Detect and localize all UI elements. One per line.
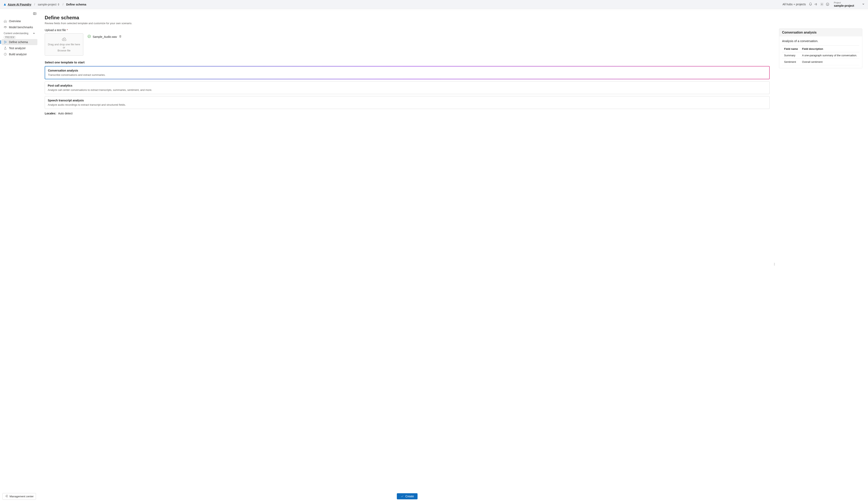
collapse-sidebar-icon[interactable] bbox=[33, 12, 37, 16]
chevron-up-icon bbox=[32, 32, 35, 35]
template-title: Conversation analysis bbox=[48, 69, 766, 72]
col-field-name: Field name bbox=[782, 46, 800, 52]
sidebar: Overview Model benchmarks Content unders… bbox=[0, 9, 39, 503]
chevron-down-icon[interactable] bbox=[862, 3, 865, 6]
template-desc: Transcribe conversations and extract sum… bbox=[48, 73, 766, 76]
flask-icon bbox=[4, 47, 7, 50]
uploaded-file: Sample_Audio.wav bbox=[87, 33, 122, 39]
splitter[interactable]: ‖ bbox=[774, 29, 775, 499]
svg-point-7 bbox=[6, 42, 7, 42]
schema-icon bbox=[4, 40, 7, 44]
breadcrumb: Azure AI Foundry / sample-project / Defi… bbox=[3, 3, 86, 6]
brand-text: Azure AI Foundry bbox=[8, 3, 31, 6]
breadcrumb-project[interactable]: sample-project bbox=[38, 3, 60, 6]
check-icon bbox=[401, 495, 404, 498]
page-title: Define schema bbox=[45, 15, 862, 21]
brand-icon bbox=[3, 3, 7, 6]
locales-value: Auto detect bbox=[58, 112, 73, 115]
locales-label: Locales: bbox=[45, 112, 56, 115]
table-row: Sentiment Overall sentiment bbox=[782, 59, 859, 65]
hubs-link[interactable]: All hubs + projects bbox=[783, 3, 806, 6]
nav-benchmarks[interactable]: Model benchmarks bbox=[2, 24, 38, 30]
template-conversation-analysis[interactable]: Conversation analysis Transcribe convers… bbox=[45, 66, 769, 79]
locales-row: Locales: Auto detect bbox=[45, 112, 769, 115]
build-icon bbox=[4, 53, 7, 56]
svg-point-9 bbox=[88, 35, 91, 38]
upload-cloud-icon bbox=[61, 37, 67, 42]
scale-icon bbox=[4, 25, 7, 29]
nav-group-header[interactable]: Content understanding PREVIEW bbox=[2, 30, 38, 39]
upload-label: Upload a test file* bbox=[45, 29, 769, 32]
template-title: Post call analytics bbox=[48, 84, 767, 87]
panel-desc: Analysis of a conversation. bbox=[782, 39, 859, 43]
nav-define-schema[interactable]: Define schema bbox=[2, 39, 38, 45]
nav-test-analyzer[interactable]: Test analyzer bbox=[2, 45, 38, 51]
breadcrumb-sep: / bbox=[34, 3, 35, 6]
page-subtitle: Review fields from selected template and… bbox=[45, 22, 862, 25]
svg-point-0 bbox=[822, 4, 823, 5]
table-row: Summary A one-paragraph summary of the c… bbox=[782, 52, 859, 59]
project-picker[interactable]: Project sample-project bbox=[834, 1, 856, 8]
home-icon bbox=[4, 20, 7, 23]
feedback-icon[interactable] bbox=[826, 2, 829, 6]
svg-point-6 bbox=[4, 42, 5, 43]
svg-rect-4 bbox=[33, 13, 36, 15]
updown-icon bbox=[57, 3, 60, 6]
col-field-desc: Field description bbox=[800, 46, 859, 52]
panel-title: Conversation analysis bbox=[779, 29, 862, 37]
topbar: Azure AI Foundry / sample-project / Defi… bbox=[0, 0, 868, 9]
template-desc: Analyze call center conversations to ext… bbox=[48, 89, 767, 91]
exit-icon bbox=[5, 494, 8, 498]
brand-link[interactable]: Azure AI Foundry bbox=[3, 3, 31, 6]
template-title: Speech transcript analysis bbox=[48, 99, 767, 102]
template-post-call-analytics[interactable]: Post call analytics Analyze call center … bbox=[45, 81, 769, 94]
nav-build-analyzer[interactable]: Build analyzer bbox=[2, 51, 38, 57]
svg-point-5 bbox=[4, 41, 5, 41]
template-desc: Analyze audio recordings to extract tran… bbox=[48, 103, 767, 106]
success-icon bbox=[87, 34, 91, 39]
fields-table: Field name Field description Summary A o… bbox=[782, 45, 859, 65]
topbar-right: All hubs + projects Project sample-proje… bbox=[783, 1, 865, 8]
project-label: Project bbox=[834, 1, 856, 4]
nav-group-title: Content understanding bbox=[4, 32, 28, 35]
breadcrumb-sep: / bbox=[63, 3, 63, 6]
breadcrumb-current: Define schema bbox=[66, 3, 86, 6]
project-value: sample-project bbox=[834, 4, 856, 8]
details-panel: Conversation analysis Analysis of a conv… bbox=[779, 29, 862, 68]
svg-point-1 bbox=[826, 3, 829, 6]
create-button[interactable]: Create bbox=[397, 493, 417, 499]
announce-icon[interactable] bbox=[814, 2, 818, 6]
preview-badge: PREVIEW bbox=[4, 36, 16, 39]
main-content: Define schema Review fields from selecte… bbox=[39, 10, 868, 503]
file-dropzone[interactable]: Drag and drop one file here or Browse fi… bbox=[45, 33, 83, 56]
management-center-button[interactable]: Management center bbox=[2, 493, 36, 500]
templates-title: Select one template to start bbox=[45, 61, 769, 64]
file-name: Sample_Audio.wav bbox=[93, 35, 117, 38]
bell-icon[interactable] bbox=[809, 2, 812, 6]
settings-icon[interactable] bbox=[820, 2, 824, 6]
delete-file-button[interactable] bbox=[118, 35, 122, 39]
nav-overview[interactable]: Overview bbox=[2, 18, 38, 24]
template-speech-transcript[interactable]: Speech transcript analysis Analyze audio… bbox=[45, 96, 769, 109]
nav: Overview Model benchmarks Content unders… bbox=[0, 17, 39, 491]
